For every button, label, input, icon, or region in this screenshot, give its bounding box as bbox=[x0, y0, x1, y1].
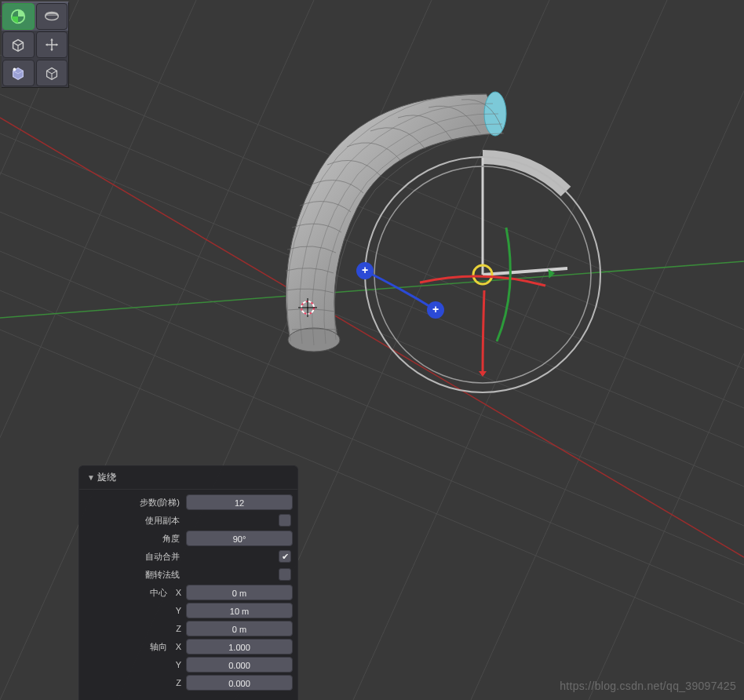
tool-cube[interactable] bbox=[2, 31, 35, 58]
axis-x-field[interactable]: 1.000 bbox=[186, 639, 293, 654]
steps-field[interactable]: 12 bbox=[186, 494, 293, 510]
angle-label: 角度 bbox=[84, 533, 186, 545]
flip-normals-label: 翻转法线 bbox=[84, 569, 186, 581]
operator-title: 旋绕 bbox=[97, 472, 116, 483]
svg-line-15 bbox=[471, 0, 744, 700]
steps-label: 步数(阶梯) bbox=[84, 497, 186, 509]
svg-point-17 bbox=[288, 328, 340, 352]
center-group-label: 中心 bbox=[84, 587, 170, 599]
svg-line-8 bbox=[0, 55, 744, 369]
auto-merge-label: 自动合并 bbox=[84, 551, 186, 563]
axis-group-label: 轴向 bbox=[84, 641, 170, 653]
svg-line-16 bbox=[589, 0, 744, 700]
auto-merge-checkbox[interactable] bbox=[279, 550, 291, 563]
center-y-field[interactable]: 10 m bbox=[186, 603, 293, 618]
angle-field[interactable]: 90° bbox=[186, 530, 293, 546]
operator-panel: 旋绕 步数(阶梯) 12 使用副本 角度 90° 自动合并 翻转法线 中心 X … bbox=[78, 465, 298, 700]
svg-point-40 bbox=[13, 68, 16, 71]
tool-move[interactable] bbox=[36, 31, 68, 58]
operator-panel-header[interactable]: 旋绕 bbox=[79, 466, 297, 490]
svg-line-14 bbox=[353, 0, 667, 700]
use-copy-label: 使用副本 bbox=[84, 515, 186, 527]
tool-bevel[interactable] bbox=[2, 60, 35, 86]
svg-line-23 bbox=[483, 268, 567, 275]
center-z-field[interactable]: 0 m bbox=[186, 621, 293, 636]
tool-extrude-region[interactable] bbox=[36, 3, 68, 30]
tool-add-primitive[interactable] bbox=[2, 3, 35, 30]
center-x-field[interactable]: 0 m bbox=[186, 585, 293, 600]
flip-normals-checkbox[interactable] bbox=[279, 568, 291, 581]
svg-line-2 bbox=[0, 173, 744, 487]
axis-z-field[interactable]: 0.000 bbox=[186, 675, 293, 691]
svg-text:+: + bbox=[362, 264, 368, 276]
use-copy-checkbox[interactable] bbox=[279, 514, 291, 527]
tool-palette bbox=[2, 2, 69, 88]
tool-edge[interactable] bbox=[36, 60, 68, 86]
axis-y-field[interactable]: 0.000 bbox=[186, 657, 293, 673]
svg-text:+: + bbox=[432, 303, 439, 315]
